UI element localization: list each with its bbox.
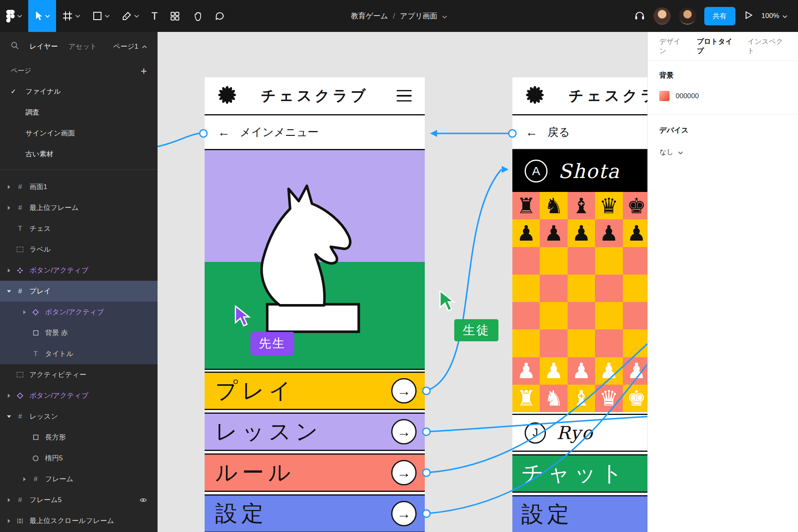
game-menu-bar[interactable]: 設定 (512, 495, 647, 532)
board-square[interactable] (595, 247, 622, 275)
board-square[interactable]: ♜ (512, 385, 540, 412)
board-square[interactable]: ♜ (512, 192, 540, 219)
chess-board[interactable]: ♜♞♝♛♚♟♟♟♟♟♟♟♟♟♟♜♞♝♛♚ (512, 192, 647, 412)
audio-headphones-icon[interactable] (634, 10, 645, 22)
tab-inspect[interactable]: インスペクト (747, 37, 787, 56)
visibility-eye-icon[interactable] (140, 497, 147, 503)
color-swatch[interactable] (659, 91, 670, 101)
menu-arrow-button[interactable]: → (391, 460, 417, 485)
board-square[interactable] (623, 275, 647, 302)
board-square[interactable] (540, 247, 567, 275)
layer-row[interactable]: #最上位フレーム (0, 197, 158, 218)
page-item[interactable]: サインイン画面 (0, 123, 158, 144)
layer-row[interactable]: #画面1 (0, 176, 158, 197)
board-square[interactable]: ♚ (623, 385, 647, 412)
board-square[interactable] (595, 302, 622, 329)
collaborator-avatar-2[interactable] (679, 7, 696, 25)
board-square[interactable]: ♚ (623, 192, 647, 219)
present-play-icon[interactable] (744, 10, 753, 22)
board-square[interactable]: ♞ (540, 385, 567, 412)
board-square[interactable]: ♛ (595, 385, 622, 412)
board-square[interactable]: ♞ (540, 192, 567, 219)
layer-row[interactable]: 最上位スクロールフレーム (0, 510, 158, 531)
board-square[interactable]: ♟ (623, 357, 647, 385)
layer-row[interactable]: 楕円5 (0, 448, 158, 469)
layer-row[interactable]: 背景 赤 (0, 322, 158, 343)
layer-row[interactable]: Tタイトル (0, 343, 158, 364)
tab-layers[interactable]: レイヤー (29, 42, 58, 51)
zoom-control[interactable]: 100% (762, 12, 787, 20)
chevron-right-icon[interactable] (6, 394, 12, 398)
chevron-right-icon[interactable] (6, 206, 12, 210)
board-square[interactable] (623, 247, 647, 275)
board-square[interactable]: ♟ (540, 357, 567, 385)
page-item[interactable]: 調査 (0, 102, 158, 123)
chevron-right-icon[interactable] (6, 519, 12, 523)
board-square[interactable] (568, 247, 595, 275)
board-square[interactable] (512, 275, 540, 302)
board-square[interactable]: ♟ (540, 219, 567, 247)
comment-tool-button[interactable] (208, 0, 231, 32)
layer-row[interactable]: ラベル (0, 239, 158, 260)
chevron-right-icon[interactable] (21, 477, 28, 481)
device-dropdown[interactable]: なし (659, 147, 787, 157)
tab-prototype[interactable]: プロトタイプ (697, 37, 736, 56)
frame-game-screen[interactable]: チェスクラブ ← 戻る A Shota ♜♞♝♛♚♟♟♟♟♟♟♟♟♟♟♜♞♝♛♚… (512, 77, 647, 532)
hand-tool-button[interactable] (186, 0, 208, 32)
chevron-down-icon[interactable] (6, 415, 12, 418)
game-menu-bar[interactable]: チャット (512, 454, 647, 493)
board-square[interactable]: ♟ (595, 357, 622, 385)
frame-main-menu[interactable]: チェスクラブ ← メインメニュー プレイ→レッスン→ルール→設定→ (205, 77, 425, 532)
color-hex-value[interactable]: 000000 (676, 92, 699, 100)
layer-row[interactable]: Tチェス (0, 218, 158, 239)
shape-tool-button[interactable] (86, 0, 116, 32)
board-square[interactable] (540, 329, 567, 357)
chevron-right-icon[interactable] (21, 310, 28, 314)
hamburger-menu-icon[interactable] (397, 90, 412, 102)
board-square[interactable] (568, 302, 595, 329)
board-square[interactable] (568, 329, 595, 357)
layer-row[interactable]: ボタン/アクティブ (0, 385, 158, 406)
board-square[interactable]: ♛ (595, 192, 622, 219)
board-square[interactable] (512, 247, 540, 275)
board-square[interactable] (540, 275, 567, 302)
board-square[interactable]: ♝ (568, 192, 595, 219)
tab-design[interactable]: デザイン (659, 37, 685, 56)
menu-item-row[interactable]: レッスン→ (205, 413, 425, 451)
layer-row[interactable]: ボタン/アクティブ (0, 260, 158, 281)
page-item[interactable]: 古い素材 (0, 144, 158, 165)
board-square[interactable]: ♟ (512, 357, 540, 385)
move-tool-button[interactable] (28, 0, 56, 32)
board-square[interactable]: ♟ (568, 357, 595, 385)
pen-tool-button[interactable] (116, 0, 145, 32)
board-square[interactable] (512, 329, 540, 357)
board-square[interactable] (623, 302, 647, 329)
tab-assets[interactable]: アセット (68, 42, 97, 51)
board-square[interactable] (623, 329, 647, 357)
board-square[interactable] (595, 329, 622, 357)
page-item[interactable]: ✓ファイナル (0, 81, 158, 102)
page-selector[interactable]: ページ1 (113, 42, 147, 51)
search-icon[interactable] (11, 41, 19, 52)
design-canvas[interactable]: チェスクラブ ← メインメニュー プレイ→レッスン→ルール→設定→ チェスクラブ… (158, 32, 647, 532)
board-square[interactable]: ♟ (623, 219, 647, 247)
board-square[interactable]: ♟ (512, 219, 540, 247)
board-square[interactable] (568, 275, 595, 302)
share-button[interactable]: 共有 (704, 7, 735, 25)
board-square[interactable] (512, 302, 540, 329)
add-page-button[interactable]: + (141, 65, 147, 76)
layer-row[interactable]: #レッスン (0, 406, 158, 427)
layer-row[interactable]: #フレーム5 (0, 489, 158, 510)
main-menu-button[interactable] (0, 0, 28, 32)
board-square[interactable]: ♟ (595, 219, 622, 247)
text-tool-button[interactable]: T (145, 0, 164, 32)
layer-row[interactable]: 長方形 (0, 427, 158, 448)
layer-row[interactable]: #フレーム (0, 469, 158, 489)
menu-arrow-button[interactable]: → (391, 501, 417, 526)
resources-tool-button[interactable] (164, 0, 186, 32)
board-square[interactable]: ♟ (568, 219, 595, 247)
game-back-nav[interactable]: ← 戻る (512, 115, 647, 150)
chevron-right-icon[interactable] (6, 498, 12, 502)
layer-row[interactable]: #プレイ (0, 281, 158, 302)
frame-tool-button[interactable] (56, 0, 86, 32)
